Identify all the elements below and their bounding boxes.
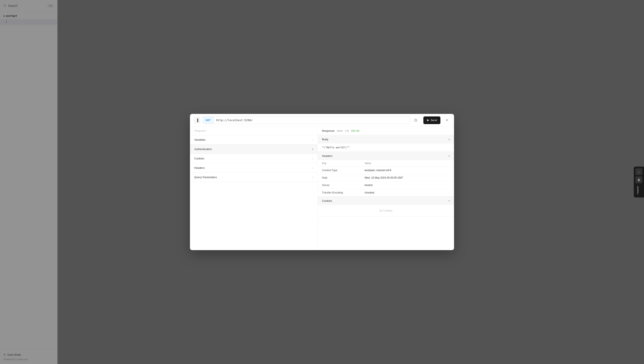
accordion-cookies: Cookies › bbox=[190, 154, 318, 163]
header-value: text/plain; charset=utf-8 bbox=[360, 167, 454, 174]
sidebar-toggle-button[interactable]: ▐ bbox=[194, 117, 200, 123]
history-button[interactable] bbox=[412, 117, 419, 124]
url-input[interactable] bbox=[214, 118, 409, 122]
header-value: Wed, 15 May 2024 00:35:05 GMT bbox=[360, 174, 454, 182]
down-arrow-icon: ↓ bbox=[638, 170, 640, 174]
authentication-label: Authentication bbox=[194, 148, 212, 151]
header-key: Date bbox=[318, 174, 360, 182]
sidebar-toggle-icon: ▐ bbox=[196, 118, 198, 122]
cookies-chevron: › bbox=[312, 157, 313, 160]
header-value: chunked bbox=[360, 189, 454, 196]
response-size: 0 B bbox=[345, 130, 349, 132]
no-cookies-message: No Cookies bbox=[318, 205, 454, 216]
history-icon bbox=[414, 118, 417, 122]
body-chevron: ▾ bbox=[448, 138, 450, 141]
table-row: Server Kestrel bbox=[318, 182, 454, 189]
cookies-section-label: Cookies bbox=[322, 199, 332, 202]
headers-section-chevron: ▾ bbox=[448, 154, 450, 158]
variables-label: Variables bbox=[194, 138, 206, 141]
header-key: Transfer-Encoding bbox=[318, 189, 360, 196]
query-params-chevron: › bbox=[312, 176, 313, 179]
send-icon bbox=[427, 119, 429, 122]
modal-header: ▐ GET Send ✕ bbox=[190, 114, 454, 127]
response-panel: Response 16ms 0 B 200 OK Body ▾ "\"Hello… bbox=[318, 127, 454, 250]
header-key: Content-Type bbox=[318, 167, 360, 174]
send-button[interactable]: Send bbox=[423, 116, 440, 124]
headers-header[interactable]: Headers › bbox=[190, 163, 318, 172]
value-column-header: Value bbox=[360, 160, 454, 167]
headers-label: Headers bbox=[194, 166, 205, 170]
cookies-header[interactable]: Cookies › bbox=[190, 154, 318, 163]
url-bar: GET bbox=[203, 116, 410, 124]
table-row: Date Wed, 15 May 2024 00:35:05 GMT bbox=[318, 174, 454, 182]
header-key: Server bbox=[318, 182, 360, 189]
floating-panel: ↓ 🗑 request bbox=[634, 167, 644, 198]
authentication-chevron: ▾ bbox=[312, 148, 313, 151]
floating-request-label[interactable]: request bbox=[635, 184, 642, 196]
headers-chevron: › bbox=[312, 166, 313, 170]
accordion-authentication: Authentication ▾ bbox=[190, 144, 318, 154]
response-status: 200 OK bbox=[351, 130, 360, 132]
modal-overlay: ▐ GET Send ✕ bbox=[0, 0, 644, 364]
headers-table: Key Value Content-Type text/plain; chars… bbox=[318, 160, 454, 196]
headers-section-header[interactable]: Headers ▾ bbox=[318, 152, 454, 160]
body-section-label: Body bbox=[322, 138, 328, 141]
trash-icon: 🗑 bbox=[637, 178, 640, 182]
headers-section-label: Headers bbox=[322, 154, 332, 158]
request-panel: Request/ Variables › Authentication ▾ bbox=[190, 127, 318, 250]
cookies-label: Cookies bbox=[194, 157, 204, 160]
accordion-variables: Variables › bbox=[190, 135, 318, 144]
request-modal: ▐ GET Send ✕ bbox=[190, 114, 454, 250]
accordion-headers: Headers › bbox=[190, 163, 318, 173]
key-column-header: Key bbox=[318, 160, 360, 167]
close-icon: ✕ bbox=[445, 118, 448, 122]
body-content: "\"Hello world!\"" bbox=[318, 144, 454, 152]
response-panel-header: Response 16ms 0 B 200 OK bbox=[318, 127, 454, 135]
query-params-label: Query Parameters bbox=[194, 176, 217, 179]
method-badge: GET bbox=[203, 117, 214, 124]
cookies-section-header[interactable]: Cookies ▾ bbox=[318, 197, 454, 205]
query-params-header[interactable]: Query Parameters › bbox=[190, 173, 318, 182]
response-headers-section: Headers ▾ Key Value Content-Type bbox=[318, 152, 454, 197]
response-cookies-section: Cookies ▾ No Cookies bbox=[318, 197, 454, 217]
request-panel-header: Request/ bbox=[190, 127, 318, 135]
header-value: Kestrel bbox=[360, 182, 454, 189]
modal-body: Request/ Variables › Authentication ▾ bbox=[190, 127, 454, 250]
close-button[interactable]: ✕ bbox=[444, 117, 450, 123]
authentication-header[interactable]: Authentication ▾ bbox=[190, 144, 318, 154]
response-title: Response bbox=[322, 129, 335, 132]
response-time: 16ms bbox=[337, 130, 343, 132]
floating-down-button[interactable]: ↓ bbox=[635, 168, 642, 175]
body-section-header[interactable]: Body ▾ bbox=[318, 135, 454, 144]
table-row: Transfer-Encoding chunked bbox=[318, 189, 454, 196]
variables-header[interactable]: Variables › bbox=[190, 135, 318, 144]
cookies-section-chevron: ▾ bbox=[448, 200, 450, 202]
request-title: Request bbox=[195, 129, 205, 132]
body-text: "\"Hello world!\"" bbox=[322, 146, 350, 149]
floating-trash-button[interactable]: 🗑 bbox=[635, 176, 642, 183]
send-label: Send bbox=[431, 118, 437, 122]
variables-chevron: › bbox=[312, 138, 313, 141]
table-row: Content-Type text/plain; charset=utf-8 bbox=[318, 167, 454, 174]
accordion-query-params: Query Parameters › bbox=[190, 173, 318, 182]
request-slash: / bbox=[205, 129, 206, 132]
response-body-section: Body ▾ "\"Hello world!\"" bbox=[318, 135, 454, 152]
